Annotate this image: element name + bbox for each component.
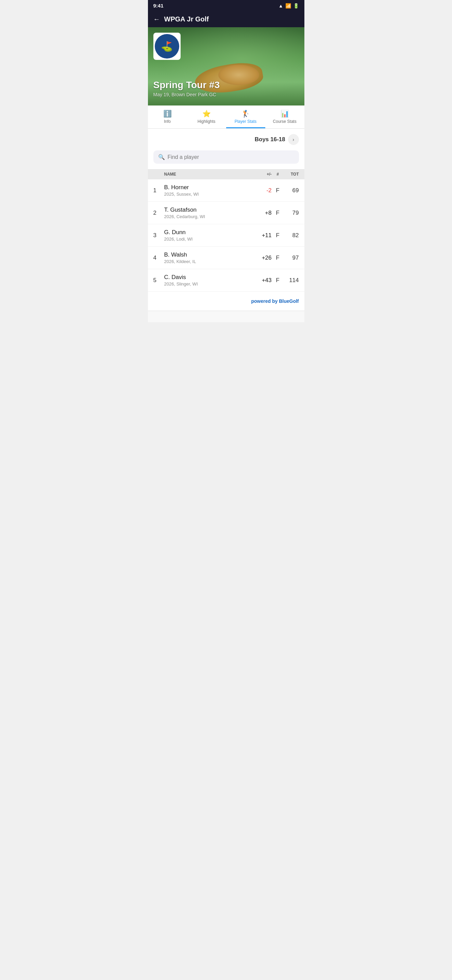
tab-course-stats-label: Course Stats xyxy=(273,119,296,124)
search-container: 🔍 xyxy=(148,150,305,169)
signal-icon: ▲ xyxy=(279,3,283,8)
tab-player-stats-label: Player Stats xyxy=(235,119,257,124)
player-name: G. Dunn xyxy=(164,229,253,236)
search-icon: 🔍 xyxy=(158,154,165,160)
category-label: Boys 16-18 xyxy=(255,136,285,143)
status-bar: 9:41 ▲ 📶 🔋 xyxy=(148,0,305,11)
header-score: +/- xyxy=(254,172,272,177)
table-row[interactable]: 4 B. Walsh 2026, Kildeer, IL +26 F 97 xyxy=(148,247,305,269)
hero-section: Spring Tour #3 May 19, Brown Deer Park G… xyxy=(148,27,305,105)
category-next-button[interactable]: › xyxy=(288,134,299,145)
players-list: 1 B. Horner 2025, Sussex, WI -2 F 69 2 T… xyxy=(148,179,305,292)
brand-name: BlueGolf xyxy=(279,298,299,304)
player-total: 69 xyxy=(284,187,299,194)
player-info: G. Dunn 2026, Lodi, WI xyxy=(164,229,253,242)
player-total: 79 xyxy=(284,210,299,216)
footer: powered by BlueGolf xyxy=(148,292,305,311)
tab-highlights[interactable]: ⭐ Highlights xyxy=(187,105,226,128)
table-row[interactable]: 3 G. Dunn 2026, Lodi, WI +11 F 82 xyxy=(148,224,305,247)
table-header: NAME +/- # TOT xyxy=(148,169,305,179)
main-content: Boys 16-18 › 🔍 NAME +/- # TOT 1 B. Horne… xyxy=(148,129,305,311)
player-details: 2026, Lodi, WI xyxy=(164,237,253,242)
player-details: 2026, Cedarburg, WI xyxy=(164,214,253,219)
player-name: T. Gustafson xyxy=(164,207,253,213)
player-round: F xyxy=(273,232,282,239)
event-title: Spring Tour #3 xyxy=(153,80,220,91)
search-input[interactable] xyxy=(168,154,294,160)
player-info: B. Walsh 2026, Kildeer, IL xyxy=(164,251,253,264)
player-rank: 3 xyxy=(153,232,163,239)
organization-logo xyxy=(153,33,181,60)
highlights-icon: ⭐ xyxy=(202,110,211,118)
player-name: B. Walsh xyxy=(164,251,253,258)
player-round: F xyxy=(273,277,282,284)
table-row[interactable]: 1 B. Horner 2025, Sussex, WI -2 F 69 xyxy=(148,179,305,202)
header-name: NAME xyxy=(164,172,253,177)
header-total: TOT xyxy=(284,172,299,177)
player-rank: 1 xyxy=(153,187,163,194)
player-round: F xyxy=(273,255,282,261)
player-info: B. Horner 2025, Sussex, WI xyxy=(164,184,253,197)
back-button[interactable]: ← xyxy=(153,15,160,23)
player-rank: 2 xyxy=(153,210,163,216)
course-stats-icon: 📊 xyxy=(281,110,289,118)
category-header: Boys 16-18 › xyxy=(148,129,305,150)
player-info: C. Davis 2026, Slinger, WI xyxy=(164,274,253,286)
player-round: F xyxy=(273,210,282,216)
event-subtitle: May 19, Brown Deer Park GC xyxy=(153,92,220,97)
table-row[interactable]: 2 T. Gustafson 2026, Cedarburg, WI +8 F … xyxy=(148,202,305,224)
wifi-icon: 📶 xyxy=(285,3,291,8)
player-rank: 4 xyxy=(153,255,163,261)
status-time: 9:41 xyxy=(153,3,163,8)
player-rank: 5 xyxy=(153,277,163,284)
table-row[interactable]: 5 C. Davis 2026, Slinger, WI +43 F 114 xyxy=(148,269,305,292)
player-score: +26 xyxy=(254,255,272,261)
tab-navigation: ℹ️ Info ⭐ Highlights 🏌️ Player Stats 📊 C… xyxy=(148,105,305,129)
player-score: +43 xyxy=(254,277,272,284)
nav-bar: ← WPGA Jr Golf xyxy=(148,11,305,27)
player-score: +11 xyxy=(254,232,272,239)
player-info: T. Gustafson 2026, Cedarburg, WI xyxy=(164,207,253,219)
player-total: 97 xyxy=(284,255,299,261)
status-icons: ▲ 📶 🔋 xyxy=(279,3,299,8)
logo-image xyxy=(155,34,179,59)
powered-by-text: powered by BlueGolf xyxy=(251,298,299,304)
player-details: 2026, Kildeer, IL xyxy=(164,259,253,264)
tab-course-stats[interactable]: 📊 Course Stats xyxy=(265,105,305,128)
nav-title: WPGA Jr Golf xyxy=(164,15,209,23)
player-score: +8 xyxy=(254,210,272,216)
search-bar[interactable]: 🔍 xyxy=(153,150,299,164)
player-total: 82 xyxy=(284,232,299,239)
player-details: 2025, Sussex, WI xyxy=(164,192,253,197)
player-stats-icon: 🏌️ xyxy=(241,110,250,118)
header-round: # xyxy=(273,172,282,177)
tab-player-stats[interactable]: 🏌️ Player Stats xyxy=(226,105,265,128)
player-details: 2026, Slinger, WI xyxy=(164,282,253,286)
info-icon: ℹ️ xyxy=(163,110,172,118)
hero-text: Spring Tour #3 May 19, Brown Deer Park G… xyxy=(153,80,220,97)
player-name: C. Davis xyxy=(164,274,253,281)
player-total: 114 xyxy=(284,277,299,284)
bottom-nav-bar xyxy=(148,311,305,322)
player-round: F xyxy=(273,187,282,194)
tab-highlights-label: Highlights xyxy=(198,119,216,124)
tab-info-label: Info xyxy=(164,119,171,124)
battery-icon: 🔋 xyxy=(293,3,299,8)
player-name: B. Horner xyxy=(164,184,253,191)
player-score: -2 xyxy=(254,187,272,194)
tab-info[interactable]: ℹ️ Info xyxy=(148,105,187,128)
